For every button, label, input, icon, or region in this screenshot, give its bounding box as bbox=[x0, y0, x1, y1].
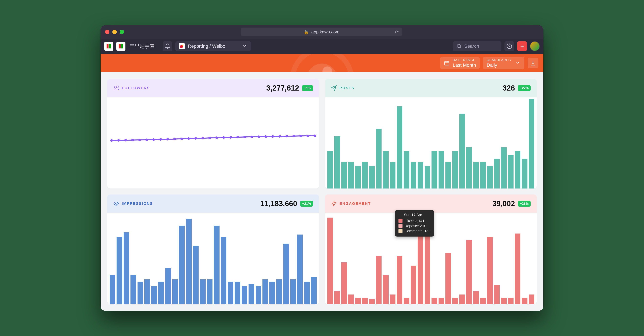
bar[interactable] bbox=[369, 299, 374, 304]
granularity-select[interactable]: GRANULARITY Daily bbox=[483, 57, 524, 69]
bar[interactable] bbox=[438, 298, 444, 304]
bar[interactable] bbox=[193, 246, 198, 304]
bar[interactable] bbox=[522, 158, 527, 189]
bar[interactable] bbox=[397, 256, 402, 304]
brand-icon[interactable] bbox=[116, 42, 126, 51]
bar[interactable] bbox=[304, 282, 310, 304]
bar[interactable] bbox=[397, 106, 402, 189]
bar[interactable] bbox=[214, 226, 219, 304]
bar[interactable] bbox=[348, 294, 354, 304]
bar[interactable] bbox=[283, 244, 289, 304]
bar[interactable] bbox=[362, 162, 368, 189]
bar[interactable] bbox=[494, 285, 500, 304]
address-bar[interactable]: 🔒 app.kawo.com ⟳ bbox=[241, 28, 402, 36]
bar[interactable] bbox=[404, 298, 409, 304]
bar[interactable] bbox=[362, 298, 368, 304]
fullscreen-window-button[interactable] bbox=[120, 30, 124, 34]
bar[interactable] bbox=[480, 162, 486, 189]
bar[interactable] bbox=[425, 166, 430, 189]
bar[interactable] bbox=[138, 282, 143, 304]
bar[interactable] bbox=[390, 162, 396, 189]
bar[interactable] bbox=[466, 147, 472, 189]
bar[interactable] bbox=[151, 286, 157, 304]
report-select[interactable]: Reporting / Weibo bbox=[176, 41, 251, 51]
bar[interactable] bbox=[466, 240, 472, 304]
bar[interactable] bbox=[452, 151, 458, 189]
bar[interactable] bbox=[404, 151, 409, 189]
followers-card[interactable]: FOLLOWERS 3,277,612 +1% bbox=[107, 79, 319, 189]
bar[interactable] bbox=[144, 279, 150, 304]
user-avatar[interactable] bbox=[530, 41, 540, 51]
bar[interactable] bbox=[473, 162, 479, 189]
bar[interactable] bbox=[186, 219, 192, 304]
brand-label[interactable]: 圭里尼手表 bbox=[130, 43, 155, 50]
bar[interactable] bbox=[383, 151, 388, 189]
bar[interactable] bbox=[508, 298, 514, 304]
bar[interactable] bbox=[242, 286, 247, 304]
bar[interactable] bbox=[207, 279, 212, 304]
bar[interactable] bbox=[446, 162, 451, 189]
bar[interactable] bbox=[459, 114, 465, 189]
bar[interactable] bbox=[515, 151, 520, 189]
bar[interactable] bbox=[487, 237, 492, 304]
bar[interactable] bbox=[369, 166, 374, 189]
bar[interactable] bbox=[221, 237, 226, 304]
bar[interactable] bbox=[110, 275, 115, 304]
reload-icon[interactable]: ⟳ bbox=[395, 29, 399, 35]
bar[interactable] bbox=[327, 151, 333, 189]
bar[interactable] bbox=[341, 162, 347, 189]
bar[interactable] bbox=[438, 151, 444, 189]
bar[interactable] bbox=[473, 291, 479, 304]
bar[interactable] bbox=[269, 282, 275, 304]
bar[interactable] bbox=[501, 298, 506, 304]
bar[interactable] bbox=[480, 298, 486, 304]
org-switcher-icon[interactable] bbox=[104, 42, 113, 51]
bar[interactable] bbox=[355, 166, 361, 189]
bar[interactable] bbox=[234, 282, 240, 304]
bar[interactable] bbox=[327, 218, 333, 304]
bar[interactable] bbox=[334, 291, 340, 304]
impressions-card[interactable]: IMPRESSIONS 11,183,660 +21% bbox=[107, 195, 319, 304]
bar[interactable] bbox=[432, 298, 437, 304]
bar[interactable] bbox=[452, 298, 458, 304]
bar[interactable] bbox=[290, 279, 296, 304]
download-button[interactable] bbox=[528, 58, 538, 68]
bar[interactable] bbox=[334, 136, 340, 189]
bar[interactable] bbox=[501, 147, 506, 189]
bar[interactable] bbox=[172, 279, 178, 304]
bar[interactable] bbox=[179, 226, 185, 304]
close-window-button[interactable] bbox=[105, 30, 109, 34]
posts-card[interactable]: POSTS 326 +22% bbox=[325, 79, 537, 189]
bar[interactable] bbox=[311, 277, 317, 304]
bar[interactable] bbox=[529, 99, 534, 189]
bar[interactable] bbox=[130, 275, 136, 304]
bar[interactable] bbox=[348, 162, 354, 189]
date-range-picker[interactable]: DATE RANGE Last Month bbox=[440, 57, 480, 69]
bar[interactable] bbox=[390, 294, 396, 304]
bar[interactable] bbox=[355, 298, 361, 304]
bar[interactable] bbox=[432, 151, 437, 189]
bar[interactable] bbox=[158, 282, 164, 304]
bar[interactable] bbox=[522, 298, 527, 304]
bar[interactable] bbox=[376, 256, 382, 304]
bar[interactable] bbox=[124, 232, 129, 304]
engagement-card[interactable]: ENGAGEMENT 39,002 +36% Sun 17 Apr Likes:… bbox=[325, 195, 537, 304]
bar[interactable] bbox=[529, 294, 534, 304]
search-input[interactable]: Search bbox=[453, 41, 502, 51]
minimize-window-button[interactable] bbox=[112, 30, 117, 34]
bar[interactable] bbox=[494, 158, 500, 189]
bar[interactable] bbox=[228, 282, 233, 304]
bar[interactable] bbox=[341, 262, 347, 304]
bar[interactable] bbox=[376, 129, 382, 189]
bar[interactable] bbox=[276, 279, 282, 304]
bar[interactable] bbox=[116, 237, 122, 304]
bar[interactable] bbox=[165, 268, 171, 304]
bar[interactable] bbox=[515, 234, 520, 304]
bar[interactable] bbox=[411, 162, 416, 189]
bar[interactable] bbox=[418, 162, 423, 189]
bar[interactable] bbox=[487, 166, 492, 189]
notifications-button[interactable] bbox=[163, 41, 172, 51]
bar[interactable] bbox=[508, 155, 514, 189]
bar[interactable] bbox=[297, 235, 303, 304]
bar[interactable] bbox=[262, 279, 268, 304]
